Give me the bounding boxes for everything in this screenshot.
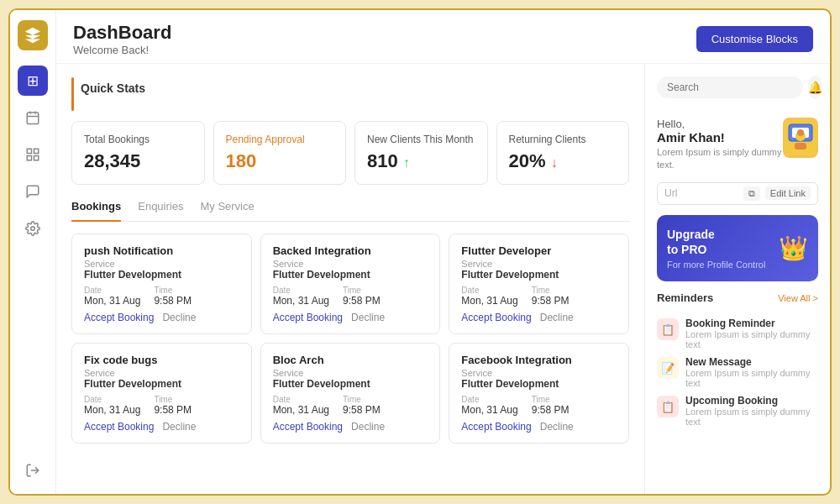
page-title: DashBoard (73, 22, 171, 44)
booking-type: Service (84, 368, 239, 378)
time-label: Time (154, 286, 192, 295)
booking-actions: Accept Booking Decline (273, 421, 428, 433)
accept-booking-button[interactable]: Accept Booking (273, 421, 343, 433)
booking-datetime: Date Mon, 31 Aug Time 9:58 PM (461, 286, 617, 307)
reminder-icon: 📝 (657, 357, 679, 379)
tab-bookings[interactable]: Bookings (71, 200, 121, 222)
booking-date-group: Date Mon, 31 Aug (461, 286, 517, 307)
decline-booking-button[interactable]: Decline (540, 312, 574, 323)
header-left: DashBoard Welcome Back! (73, 22, 171, 56)
sidebar-item-grid[interactable] (18, 139, 48, 170)
upgrade-card[interactable]: Upgradeto PRO For more Profile Control 👑 (657, 215, 818, 281)
decline-booking-button[interactable]: Decline (162, 421, 196, 433)
svg-rect-4 (27, 149, 31, 153)
bookings-grid: push Notification Service Flutter Develo… (71, 234, 629, 444)
accept-booking-button[interactable]: Accept Booking (461, 312, 531, 323)
accept-booking-button[interactable]: Accept Booking (461, 421, 531, 433)
time-value: 9:58 PM (532, 295, 570, 307)
booking-card: Facebook Integration Service Flutter Dev… (449, 343, 629, 444)
customise-blocks-button[interactable]: Customise Blocks (696, 26, 813, 52)
booking-card: Fix code bugs Service Flutter Developmen… (71, 343, 252, 444)
booking-datetime: Date Mon, 31 Aug Time 9:58 PM (273, 395, 428, 416)
date-value: Mon, 31 Aug (461, 295, 517, 307)
booking-date-group: Date Mon, 31 Aug (273, 395, 329, 416)
svg-rect-7 (34, 156, 39, 160)
stat-card-returning-clients: Returning Clients 20% ↓ (496, 121, 630, 185)
logo (18, 20, 48, 50)
quick-stats-title: Quick Stats (81, 81, 145, 95)
reminder-desc: Lorem Ipsum is simply dummy text (685, 407, 818, 427)
time-label: Time (532, 395, 570, 404)
decline-booking-button[interactable]: Decline (351, 312, 385, 323)
search-input[interactable] (657, 76, 803, 98)
booking-datetime: Date Mon, 31 Aug Time 9:58 PM (461, 395, 617, 416)
booking-service: Flutter Development (461, 378, 617, 390)
stat-value: 20% ↓ (509, 150, 617, 172)
svg-point-15 (797, 129, 804, 136)
tab-enquiries[interactable]: Enquiries (138, 200, 183, 216)
date-value: Mon, 31 Aug (84, 295, 140, 307)
reminder-title: New Message (685, 356, 818, 368)
booking-actions: Accept Booking Decline (84, 312, 239, 323)
booking-datetime: Date Mon, 31 Aug Time 9:58 PM (273, 286, 428, 307)
reminders-title: Reminders (657, 291, 713, 304)
stat-label: New Clients This Month (367, 134, 475, 145)
date-label: Date (461, 395, 517, 404)
accept-booking-button[interactable]: Accept Booking (273, 312, 343, 323)
accept-booking-button[interactable]: Accept Booking (84, 421, 154, 433)
sidebar-item-dashboard[interactable]: ⊞ (18, 66, 48, 96)
stat-card-total-bookings: Total Bookings 28,345 (71, 121, 205, 185)
booking-type: Service (273, 368, 428, 378)
booking-time-group: Time 9:58 PM (154, 286, 192, 307)
time-label: Time (343, 286, 381, 295)
booking-datetime: Date Mon, 31 Aug Time 9:58 PM (84, 286, 239, 307)
tab-my-service[interactable]: My Service (200, 200, 254, 216)
stat-value: 810 ↑ (367, 150, 475, 172)
reminder-title: Booking Reminder (685, 318, 818, 329)
reminder-text: Upcoming Booking Lorem Ipsum is simply d… (685, 395, 818, 427)
decline-booking-button[interactable]: Decline (540, 421, 574, 433)
bell-icon[interactable]: 🔔 (808, 76, 822, 99)
date-value: Mon, 31 Aug (84, 404, 140, 416)
booking-actions: Accept Booking Decline (273, 312, 428, 323)
avatar (783, 118, 818, 158)
svg-rect-5 (34, 149, 39, 153)
reminder-desc: Lorem Ipsum is simply dummy text (685, 329, 818, 349)
body-area: Quick Stats Total Bookings 28,345 Pendin… (56, 64, 830, 494)
booking-card: Bloc Arch Service Flutter Development Da… (260, 343, 441, 444)
sidebar-item-calendar[interactable] (18, 102, 48, 133)
booking-time-group: Time 9:58 PM (532, 395, 570, 416)
stat-label: Pending Approval (226, 134, 334, 145)
copy-url-button[interactable]: ⧉ (743, 186, 760, 201)
booking-title: push Notification (84, 244, 239, 257)
decline-booking-button[interactable]: Decline (162, 312, 196, 323)
svg-rect-6 (27, 156, 31, 160)
booking-actions: Accept Booking Decline (84, 421, 239, 433)
booking-date-group: Date Mon, 31 Aug (84, 286, 140, 307)
reminder-desc: Lorem Ipsum is simply dummy text (685, 368, 818, 388)
booking-type: Service (273, 259, 428, 269)
accept-booking-button[interactable]: Accept Booking (84, 312, 154, 323)
booking-time-group: Time 9:58 PM (343, 286, 381, 307)
svg-rect-0 (27, 113, 39, 124)
booking-service: Flutter Development (273, 269, 428, 281)
stat-card-new-clients: New Clients This Month 810 ↑ (354, 121, 488, 185)
sidebar-item-logout[interactable] (18, 455, 48, 486)
time-label: Time (343, 395, 381, 404)
booking-title: Backed Integration (273, 244, 428, 257)
accent-bar (71, 77, 74, 111)
page-subtitle: Welcome Back! (73, 44, 171, 56)
edit-link-button[interactable]: Edit Link (765, 186, 811, 200)
booking-title: Fix code bugs (84, 354, 239, 366)
sidebar-item-settings[interactable] (18, 213, 48, 244)
view-all-link[interactable]: View All > (778, 293, 818, 303)
sidebar-item-chat[interactable] (18, 176, 48, 207)
user-name: Amir Khan! (657, 130, 783, 144)
booking-datetime: Date Mon, 31 Aug Time 9:58 PM (84, 395, 239, 416)
decline-booking-button[interactable]: Decline (351, 421, 385, 433)
booking-service: Flutter Development (273, 378, 428, 390)
booking-title: Facebook Integration (461, 354, 617, 366)
sidebar: ⊞ (10, 10, 56, 494)
booking-service: Flutter Development (84, 378, 239, 390)
upgrade-text: Upgradeto PRO For more Profile Control (667, 227, 765, 270)
